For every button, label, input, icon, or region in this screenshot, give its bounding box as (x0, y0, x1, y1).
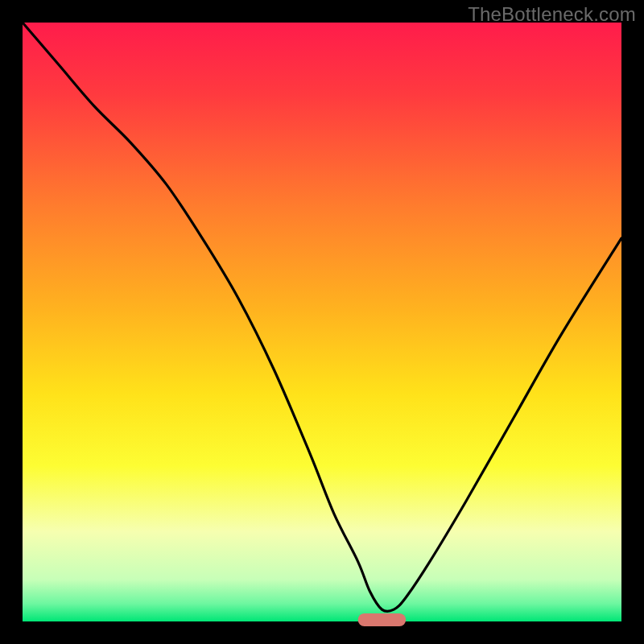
optimal-marker (358, 613, 407, 626)
plot-background (23, 23, 621, 621)
watermark-text: TheBottleneck.com (468, 3, 636, 26)
bottleneck-chart (0, 0, 644, 644)
chart-frame: TheBottleneck.com (0, 0, 644, 644)
